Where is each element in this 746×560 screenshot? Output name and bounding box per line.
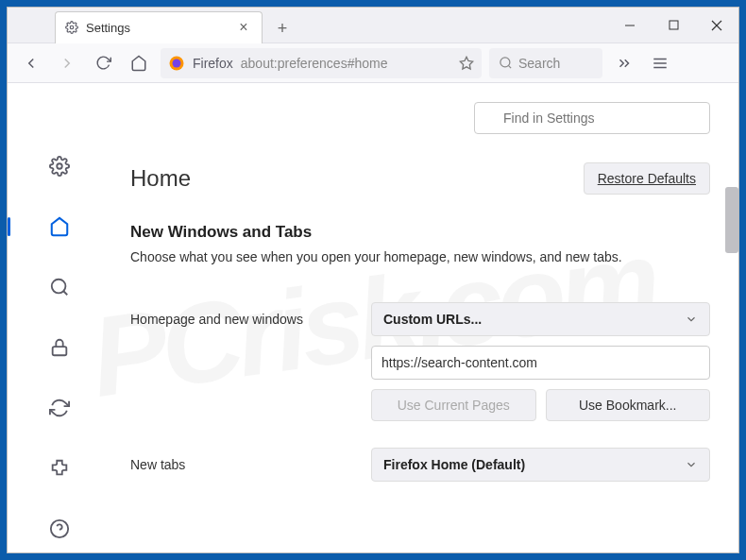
tab-strip: Settings × + — [8, 8, 608, 43]
newtabs-label: New tabs — [130, 457, 371, 472]
chevron-down-icon — [685, 313, 698, 326]
settings-sidebar — [8, 83, 111, 552]
find-in-settings-input[interactable] — [474, 102, 710, 134]
sidebar-item-extensions[interactable] — [42, 451, 76, 485]
tab-settings[interactable]: Settings × — [55, 11, 263, 43]
sidebar-item-sync[interactable] — [42, 391, 76, 425]
search-icon — [499, 56, 513, 70]
new-tab-button[interactable]: + — [268, 15, 297, 43]
page-title: Home — [130, 165, 191, 192]
sidebar-item-home[interactable] — [42, 210, 76, 244]
svg-point-0 — [70, 25, 74, 29]
use-current-pages-button[interactable]: Use Current Pages — [371, 389, 536, 421]
overflow-button[interactable] — [610, 49, 638, 77]
url-bar[interactable]: Firefox about:preferences#home — [161, 48, 482, 78]
sidebar-item-general[interactable] — [42, 149, 76, 183]
chevron-down-icon — [685, 458, 698, 471]
url-text: about:preferences#home — [241, 56, 388, 71]
back-button[interactable] — [17, 49, 45, 77]
firefox-window: Settings × + Firefox about:preferences#h… — [7, 7, 739, 553]
use-bookmark-button[interactable]: Use Bookmark... — [546, 389, 711, 421]
window-controls — [608, 8, 738, 43]
search-bar[interactable]: Search — [489, 48, 602, 78]
svg-rect-16 — [53, 347, 67, 355]
forward-button[interactable] — [53, 49, 81, 77]
url-identity: Firefox — [193, 56, 233, 71]
svg-point-8 — [500, 58, 510, 67]
firefox-icon — [168, 55, 185, 72]
svg-line-15 — [63, 291, 67, 295]
homepage-select[interactable]: Custom URLs... — [371, 302, 710, 336]
minimize-button[interactable] — [608, 8, 652, 43]
gear-icon — [65, 21, 78, 34]
sidebar-item-search[interactable] — [42, 270, 76, 304]
content-area: PCrisk.com Home Restore Defaults New Win… — [8, 83, 738, 552]
section-heading: New Windows and Tabs — [130, 223, 710, 242]
close-tab-button[interactable]: × — [235, 19, 252, 36]
bookmark-star-icon[interactable] — [459, 56, 474, 71]
nav-toolbar: Firefox about:preferences#home Search — [8, 43, 738, 83]
svg-line-9 — [508, 65, 511, 68]
settings-main: Home Restore Defaults New Windows and Ta… — [111, 83, 738, 552]
home-button[interactable] — [125, 49, 153, 77]
search-placeholder: Search — [518, 56, 560, 71]
sidebar-item-privacy[interactable] — [42, 331, 76, 365]
svg-rect-2 — [670, 21, 678, 29]
section-description: Choose what you see when you open your h… — [130, 249, 710, 264]
titlebar: Settings × + — [8, 8, 738, 43]
find-in-settings-wrap — [474, 102, 710, 134]
svg-point-13 — [57, 163, 62, 169]
tab-title: Settings — [86, 21, 130, 35]
svg-point-14 — [52, 280, 66, 294]
close-window-button[interactable] — [695, 8, 738, 43]
menu-button[interactable] — [646, 49, 674, 77]
sidebar-item-help[interactable] — [42, 512, 76, 546]
homepage-url-input[interactable] — [371, 346, 710, 380]
restore-defaults-button[interactable]: Restore Defaults — [584, 162, 710, 195]
newtabs-select[interactable]: Firefox Home (Default) — [371, 448, 710, 482]
svg-marker-7 — [460, 57, 472, 69]
reload-button[interactable] — [89, 49, 117, 77]
homepage-label: Homepage and new windows — [130, 312, 371, 327]
scrollbar-thumb[interactable] — [725, 187, 738, 253]
maximize-button[interactable] — [652, 8, 695, 43]
svg-point-6 — [173, 59, 181, 67]
